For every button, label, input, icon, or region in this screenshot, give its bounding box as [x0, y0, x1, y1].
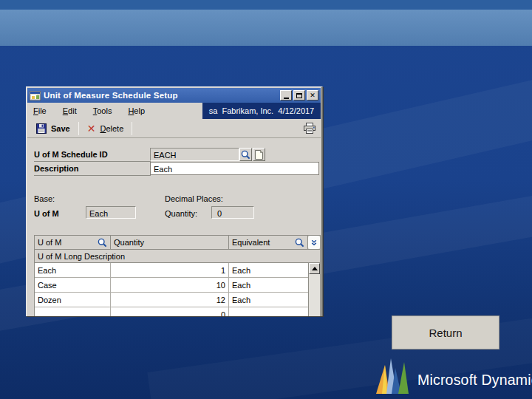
notes-button[interactable] [253, 148, 265, 161]
background-top-strip [0, 0, 532, 10]
cell-uofm[interactable]: Each [35, 263, 111, 277]
grid-subheader-label: U of M Long Description [38, 252, 125, 261]
grid-row[interactable]: Each 1 Each [35, 263, 320, 278]
scroll-up-button[interactable] [309, 263, 320, 274]
grid-vertical-scrollbar[interactable] [308, 263, 320, 316]
menu-edit[interactable]: Edit [63, 106, 77, 115]
grid-header: U of M Quantity Equivalent [35, 236, 320, 250]
scroll-up-arrow-icon [312, 267, 318, 270]
title-bar[interactable]: Unit of Measure Schedule Setup ✕ [27, 88, 321, 103]
description-field[interactable]: Each [150, 162, 319, 175]
cell-quantity[interactable]: 12 [111, 293, 229, 307]
description-label: Description [34, 162, 151, 176]
toolbar-separator [78, 122, 79, 135]
app-window-icon [30, 91, 41, 100]
maximize-button[interactable] [293, 90, 305, 100]
grid-expand-button[interactable] [308, 236, 320, 249]
grid-subheader: U of M Long Description [35, 250, 320, 263]
slide-background: Unit of Measure Schedule Setup ✕ File Ed… [0, 0, 532, 399]
base-label: Base: [34, 194, 55, 203]
cell-equivalent[interactable] [229, 307, 310, 316]
base-uofm-label: U of M [34, 209, 59, 218]
grid-header-quantity-label: Quantity [114, 238, 144, 247]
toolbar: Save ✕ Delete [27, 119, 321, 138]
cell-uofm[interactable] [35, 307, 111, 316]
return-button-label: Return [429, 327, 462, 339]
return-button[interactable]: Return [392, 316, 499, 349]
equivalent-lookup-icon[interactable] [295, 238, 304, 248]
menu-file[interactable]: File [33, 106, 47, 115]
save-label: Save [51, 124, 70, 133]
user-company-date-bar: sa Fabrikam, Inc. 4/12/2017 [202, 103, 321, 119]
cell-uofm[interactable]: Dozen [35, 293, 111, 307]
base-uofm-field[interactable]: Each [86, 206, 136, 219]
schedule-id-field[interactable]: EACH [150, 148, 239, 161]
quantity-decimals-field[interactable]: 0 [211, 206, 254, 219]
grid-header-uofm-label: U of M [38, 238, 61, 247]
minimize-button[interactable] [280, 90, 292, 100]
dynamics-sails-icon [375, 355, 412, 394]
save-floppy-icon [36, 123, 47, 134]
brand-name: Microsoft Dynamics [417, 372, 532, 388]
grid-rows: Each 1 Each Case 10 Each Dozen 12 Each 0 [35, 263, 320, 316]
uofm-lookup-icon[interactable] [98, 238, 107, 248]
schedule-id-label: U of M Schedule ID [34, 148, 151, 162]
brand-wordmark: Microsoft Dynamics™ [417, 373, 532, 395]
grid-header-equivalent[interactable]: Equivalent [229, 236, 308, 249]
toolbar-separator [132, 122, 132, 135]
print-button[interactable] [304, 123, 316, 134]
grid-body: Each 1 Each Case 10 Each Dozen 12 Each 0 [35, 263, 320, 316]
cell-quantity[interactable]: 0 [111, 307, 229, 316]
delete-label: Delete [100, 124, 123, 133]
decimal-places-label: Decimal Places: [165, 194, 223, 203]
window-title: Unit of Measure Schedule Setup [44, 91, 279, 100]
maximize-icon [296, 93, 302, 98]
grid-row[interactable]: Case 10 Each [35, 278, 320, 293]
close-icon: ✕ [310, 92, 316, 99]
double-chevron-down-icon [311, 239, 317, 247]
grid-header-equivalent-label: Equivalent [232, 238, 270, 247]
minimize-icon [284, 98, 289, 99]
cell-quantity[interactable]: 1 [111, 263, 229, 277]
grid-header-uofm[interactable]: U of M [35, 236, 111, 249]
grid-row[interactable]: Dozen 12 Each [35, 293, 320, 307]
grid-row[interactable]: 0 [35, 307, 320, 316]
cell-equivalent[interactable]: Each [229, 263, 310, 277]
uom-grid: U of M Quantity Equivalent [34, 235, 321, 316]
delete-button[interactable]: ✕ Delete [83, 122, 129, 135]
menu-help[interactable]: Help [128, 106, 145, 115]
microsoft-dynamics-logo: Microsoft Dynamics™ [375, 355, 532, 394]
cell-uofm[interactable]: Case [35, 278, 111, 292]
quantity-decimals-label: Quantity: [165, 209, 197, 218]
delete-x-icon: ✕ [87, 123, 96, 134]
schedule-id-lookup-button[interactable] [239, 148, 252, 161]
note-paper-icon [255, 150, 263, 160]
close-button[interactable]: ✕ [307, 90, 318, 100]
uom-schedule-setup-window: Unit of Measure Schedule Setup ✕ File Ed… [26, 86, 323, 316]
cell-equivalent[interactable]: Each [229, 293, 310, 307]
cell-equivalent[interactable]: Each [229, 278, 310, 292]
menu-bar: File Edit Tools Help sa Fabrikam, Inc. 4… [27, 103, 321, 119]
background-light-band [0, 10, 532, 46]
lookup-magnifier-icon [241, 150, 250, 160]
menu-tools[interactable]: Tools [93, 106, 112, 115]
save-button[interactable]: Save [32, 122, 75, 135]
grid-header-quantity[interactable]: Quantity [111, 236, 229, 249]
cell-quantity[interactable]: 10 [111, 278, 229, 292]
